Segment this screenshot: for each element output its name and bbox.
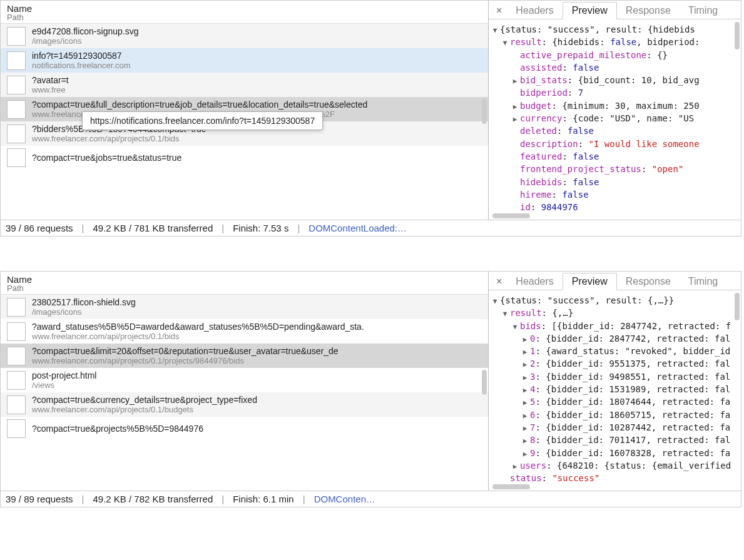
status-finish: Finish: 6.1 min — [233, 494, 294, 504]
tab-timing[interactable]: Timing — [680, 273, 726, 290]
json-line[interactable]: active_prepaid_milestone: {} — [491, 49, 736, 61]
tab-response[interactable]: Response — [617, 3, 680, 19]
chevron-down-icon[interactable] — [501, 38, 509, 48]
request-thumbnail — [7, 395, 26, 414]
chevron-right-icon[interactable] — [511, 462, 519, 472]
chevron-down-icon[interactable] — [491, 26, 499, 36]
scrollbar-vertical[interactable] — [482, 370, 487, 395]
chevron-right-icon[interactable] — [511, 102, 519, 112]
scrollbar-horizontal[interactable] — [492, 213, 530, 218]
tab-response[interactable]: Response — [617, 273, 680, 290]
json-line[interactable]: result: {hidebids: false, bidperiod: — [491, 36, 736, 48]
request-row[interactable]: post-project.html/views — [1, 368, 488, 392]
request-thumbnail — [7, 100, 26, 119]
tab-headers[interactable]: Headers — [507, 3, 562, 19]
request-name: ?avatar=t — [32, 75, 69, 85]
json-line[interactable]: assisted: false — [491, 61, 736, 74]
chevron-right-icon[interactable] — [511, 76, 519, 86]
json-line[interactable]: 1: {award_status: "revoked", bidder_id — [491, 345, 736, 357]
request-row[interactable]: ?compact=true&projects%5B%5D=9844976 — [1, 417, 488, 440]
request-thumbnail — [7, 347, 26, 365]
request-path: www.free — [32, 85, 69, 94]
network-column-header[interactable]: NamePath — [1, 272, 488, 295]
chevron-right-icon[interactable] — [521, 373, 529, 383]
request-path: /images/icons — [32, 36, 138, 46]
json-line[interactable]: hireme: false — [491, 188, 736, 201]
json-line[interactable]: deleted: false — [491, 125, 736, 137]
scrollbar-vertical[interactable] — [735, 293, 740, 320]
chevron-right-icon[interactable] — [521, 385, 529, 395]
request-path: /views — [32, 380, 96, 390]
json-line[interactable]: id: 9844976 — [491, 201, 736, 213]
json-line[interactable]: currency: {code: "USD", name: "US — [491, 112, 736, 125]
close-icon[interactable]: × — [491, 273, 507, 290]
json-line[interactable]: frontend_project_status: "open" — [491, 163, 736, 175]
json-line[interactable]: status: "success" — [491, 472, 736, 484]
json-line[interactable]: bid_stats: {bid_count: 10, bid_avg — [491, 74, 736, 86]
request-path: www.freelancer.com/api/projects/0.1/proj… — [32, 356, 339, 365]
json-line[interactable]: 6: {bidder_id: 18605715, retracted: fa — [491, 409, 736, 421]
json-content: assisted: false — [520, 61, 599, 74]
json-line[interactable]: budget: {minimum: 30, maximum: 250 — [491, 99, 736, 112]
chevron-right-icon[interactable] — [521, 411, 529, 421]
json-line[interactable]: description: "I would like someone — [491, 138, 736, 150]
chevron-right-icon[interactable] — [521, 360, 529, 370]
json-line[interactable]: users: {648210: {status: {email_verified — [491, 459, 736, 472]
json-line[interactable]: 5: {bidder_id: 18074644, retracted: fa — [491, 395, 736, 408]
request-list: e9d47208.flicon-signup.svg/images/iconsi… — [1, 24, 488, 220]
scrollbar-horizontal[interactable] — [492, 484, 530, 489]
json-content: description: "I would like someone — [520, 138, 700, 150]
json-preview[interactable]: {status: "success", result: {,…}}result:… — [489, 290, 741, 488]
json-content: bid_stats: {bid_count: 10, bid_avg — [520, 74, 700, 86]
json-line[interactable]: 0: {bidder_id: 2847742, retracted: fal — [491, 332, 736, 345]
request-path: www.freelancer.com/api/projects/0.1/budg… — [32, 405, 257, 414]
json-line[interactable]: featured: false — [491, 150, 736, 163]
network-column-header[interactable]: NamePath — [1, 1, 488, 24]
scrollbar-vertical[interactable] — [482, 99, 487, 124]
request-row[interactable]: ?compact=true&limit=20&offset=0&reputati… — [1, 344, 488, 368]
tab-timing[interactable]: Timing — [680, 3, 726, 19]
request-thumbnail — [7, 27, 26, 46]
json-line[interactable]: hidebids: false — [491, 176, 736, 188]
chevron-down-icon[interactable] — [501, 309, 509, 319]
json-line[interactable]: 9: {bidder_id: 16078328, retracted: fa — [491, 447, 736, 459]
request-name: ?compact=true&projects%5B%5D=9844976 — [32, 424, 203, 434]
json-content: 4: {bidder_id: 1531989, retracted: fal — [530, 383, 730, 395]
chevron-right-icon[interactable] — [521, 335, 529, 345]
request-row[interactable]: info?t=1459129300587notifications.freela… — [1, 48, 488, 73]
detail-tab-bar: ×HeadersPreviewResponseTiming — [489, 272, 741, 290]
scrollbar-vertical[interactable] — [735, 22, 740, 49]
chevron-down-icon[interactable] — [491, 297, 499, 307]
chevron-right-icon[interactable] — [521, 347, 529, 357]
json-content: 3: {bidder_id: 9498551, retracted: fal — [530, 370, 730, 383]
chevron-right-icon[interactable] — [521, 398, 529, 408]
status-bar: 39 / 89 requests49.2 KB / 782 KB transfe… — [1, 491, 741, 507]
request-row[interactable]: ?award_statuses%5B%5D=awarded&award_stat… — [1, 319, 488, 344]
request-row[interactable]: ?avatar=twww.free — [1, 73, 488, 97]
request-row[interactable]: 23802517.flicon-shield.svg/images/icons — [1, 295, 488, 319]
json-line[interactable]: result: {,…} — [491, 307, 736, 319]
json-line[interactable]: bidperiod: 7 — [491, 86, 736, 99]
json-preview-root[interactable]: {status: "success", result: {,…}} — [491, 294, 736, 307]
chevron-right-icon[interactable] — [521, 449, 529, 459]
json-preview-root[interactable]: {status: "success", result: {hidebids — [491, 23, 736, 36]
request-row[interactable]: ?compact=true&jobs=true&status=true — [1, 146, 488, 170]
tab-headers[interactable]: Headers — [507, 273, 562, 290]
request-name: post-project.html — [32, 370, 96, 380]
request-row[interactable]: ?compact=true&currency_details=true&proj… — [1, 392, 488, 417]
json-line[interactable]: 8: {bidder_id: 7011417, retracted: fal — [491, 434, 736, 446]
chevron-right-icon[interactable] — [521, 424, 529, 434]
json-line[interactable]: 3: {bidder_id: 9498551, retracted: fal — [491, 370, 736, 383]
request-row[interactable]: e9d47208.flicon-signup.svg/images/icons — [1, 24, 488, 48]
json-preview[interactable]: {status: "success", result: {hidebidsres… — [489, 19, 741, 217]
json-line[interactable]: bids: [{bidder_id: 2847742, retracted: f — [491, 320, 736, 332]
close-icon[interactable]: × — [491, 3, 507, 19]
json-line[interactable]: 2: {bidder_id: 9551375, retracted: fal — [491, 357, 736, 370]
chevron-down-icon[interactable] — [511, 322, 519, 332]
json-line[interactable]: 4: {bidder_id: 1531989, retracted: fal — [491, 383, 736, 395]
json-line[interactable]: 7: {bidder_id: 10287442, retracted: fa — [491, 421, 736, 434]
chevron-right-icon[interactable] — [521, 436, 529, 446]
chevron-right-icon[interactable] — [511, 115, 519, 125]
tab-preview[interactable]: Preview — [563, 273, 617, 290]
tab-preview[interactable]: Preview — [563, 2, 617, 19]
